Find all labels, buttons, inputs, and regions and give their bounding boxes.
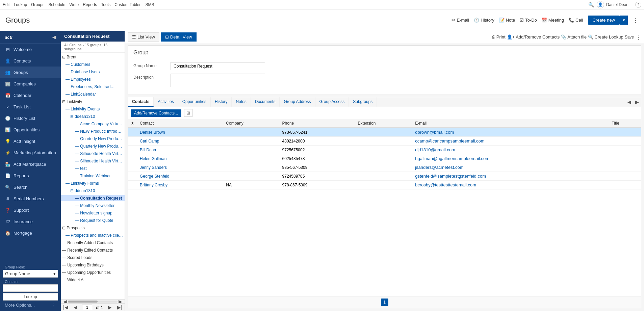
list-item[interactable]: — test: [61, 165, 125, 172]
tree-node-freelancers[interactable]: — Freelancers, Sole traders, Ind consult…: [61, 84, 118, 90]
create-new-dropdown[interactable]: ▾: [620, 16, 628, 25]
email-cell[interactable]: gstenfeld@sampletestgstenfeld.com: [412, 172, 609, 181]
tree-node-quarterly2[interactable]: — Quarterly New Product Overvie: [61, 143, 125, 149]
create-new-button[interactable]: Create new: [588, 16, 620, 25]
list-item[interactable]: — Request for Quote: [61, 217, 125, 224]
list-item[interactable]: — Employees: [61, 76, 125, 83]
menu-tools[interactable]: Tools: [101, 2, 110, 7]
email-cell[interactable]: dbrown@bmail.com: [412, 128, 609, 137]
tab-documents[interactable]: Documents: [251, 97, 280, 107]
table-row[interactable]: Bill Dean 9725675002 djd1310@gmail.com: [128, 146, 641, 154]
tab-group-access[interactable]: Group Access: [315, 97, 349, 107]
add-remove-contacts-header-button[interactable]: 👤+ Add/Remove Contacts: [507, 34, 560, 40]
tab-list-view[interactable]: ☰ List View: [128, 32, 159, 42]
tab-group-address[interactable]: Group Address: [280, 97, 315, 107]
tree-node-training-webinar[interactable]: — Training Webinar: [61, 173, 125, 179]
call-button[interactable]: 📞 Call: [569, 18, 583, 23]
list-item[interactable]: — Monthly Newsletter: [61, 202, 125, 209]
tree-node-consultation-request[interactable]: — Consultation Request: [61, 195, 125, 201]
list-item[interactable]: — NEW Product: Introducing Widg: [61, 128, 125, 135]
tabs-scroll-left[interactable]: ◀: [625, 97, 633, 107]
tree-node-newsletter-signup[interactable]: — Newsletter signup: [61, 210, 125, 216]
sidebar-item-contacts[interactable]: 👤 Contacts: [0, 55, 61, 67]
sidebar-item-mortgage[interactable]: 🏠 Mortgage: [0, 227, 61, 239]
group-name-input[interactable]: [171, 62, 265, 70]
list-item[interactable]: — Customers: [61, 61, 125, 68]
email-col-header[interactable]: E-mail: [412, 119, 609, 128]
sidebar-item-reports[interactable]: 📄 Reports: [0, 170, 61, 181]
grid-view-button[interactable]: ⊞: [184, 109, 192, 117]
list-item[interactable]: ⊟ ddean1310: [61, 113, 125, 120]
create-lookup-button[interactable]: 🔍 Create Lookup: [588, 34, 623, 40]
tabs-scroll-right[interactable]: ▶: [633, 97, 641, 107]
tree-node-ddean1310-2[interactable]: ⊟ ddean1310: [61, 188, 125, 194]
todo-button[interactable]: ☑ To-Do: [520, 18, 537, 23]
list-item[interactable]: — Prospects and Inactive clients (demo): [61, 232, 125, 239]
list-item[interactable]: — Upcoming Opportunities: [61, 269, 125, 276]
help-icon[interactable]: ?: [635, 2, 641, 8]
sidebar-item-insight[interactable]: 💡 Act! Insight: [0, 135, 61, 147]
list-item[interactable]: — Silhouette Health Virtual Trade S: [61, 150, 125, 157]
tree-node-silhouette2[interactable]: — Silhouette Health Virtual Trade S: [61, 158, 125, 164]
sidebar-item-history-list[interactable]: 🕐 History List: [0, 112, 61, 124]
table-row[interactable]: George Stenfeld 9724589785 gstenfeld@sam…: [128, 172, 641, 181]
title-col-header[interactable]: Title: [609, 119, 641, 128]
contact-cell[interactable]: Bill Dean: [137, 146, 223, 154]
menu-schedule[interactable]: Schedule: [48, 2, 65, 7]
page-number-input[interactable]: [82, 305, 92, 310]
contact-cell[interactable]: Jenny Sanders: [137, 163, 223, 172]
more-options-link[interactable]: More Options... ⋮: [3, 302, 58, 308]
tree-node-upcoming-opportunities[interactable]: — Upcoming Opportunities: [61, 269, 125, 276]
tab-notes[interactable]: Notes: [232, 97, 251, 107]
next-page-button[interactable]: ▶: [107, 304, 113, 310]
tab-opportunities[interactable]: Opportunities: [178, 97, 211, 107]
list-item[interactable]: ⊟ Linktivity: [61, 98, 125, 105]
table-row[interactable]: Denise Brown 973-867-5241 dbrown@bmail.c…: [128, 128, 641, 137]
list-item[interactable]: — Quarterly New Product Overvie: [61, 135, 125, 142]
tree-node-acme[interactable]: — Acme Company Virtual Trade Sh: [61, 121, 125, 127]
add-remove-contacts-button[interactable]: Add/Remove Contacts...: [131, 109, 181, 117]
sidebar-item-welcome[interactable]: ⊞ Welcome: [0, 44, 61, 55]
contact-col-header[interactable]: Contact: [137, 119, 223, 128]
email-cell[interactable]: ccamp@carlcampsampleemail.com: [412, 137, 609, 146]
contact-cell[interactable]: George Stenfeld: [137, 172, 223, 181]
sidebar-item-serial-numbers[interactable]: # Serial Numbers: [0, 193, 61, 204]
list-item[interactable]: — Widget A: [61, 276, 125, 284]
tree-node-database-users[interactable]: — Database Users: [61, 69, 125, 75]
list-item[interactable]: — Freelancers, Sole traders, Ind consult…: [61, 83, 125, 90]
list-item[interactable]: — Consultation Request: [61, 195, 125, 202]
meeting-button[interactable]: 📅 Meeting: [542, 18, 564, 23]
tree-node-silhouette1[interactable]: — Silhouette Health Virtual Trade S: [61, 151, 125, 157]
menu-write[interactable]: Write: [69, 2, 79, 7]
list-item[interactable]: — Database Users: [61, 68, 125, 76]
list-item[interactable]: ⊟ Prospects: [61, 224, 125, 232]
note-button[interactable]: 📝 Note: [499, 18, 515, 23]
detail-more-button[interactable]: ⋮: [635, 33, 641, 41]
tab-detail-view[interactable]: ⊞ Detail View: [161, 32, 197, 42]
menu-groups[interactable]: Groups: [31, 2, 44, 7]
tree-node-link2calendar[interactable]: — Link2calendar: [61, 91, 125, 97]
list-item[interactable]: — Linktivity Forms: [61, 180, 125, 187]
contains-input[interactable]: [3, 284, 58, 292]
contact-cell[interactable]: Brittany Crosby: [137, 181, 223, 189]
tree-scrollbar[interactable]: ◀ ▶: [61, 299, 125, 303]
sidebar-item-marketing-automation[interactable]: ⚡ Marketing Automation: [0, 147, 61, 158]
description-input[interactable]: [171, 74, 265, 87]
sidebar-item-opportunities[interactable]: 📊 Opportunities: [0, 124, 61, 135]
tab-activities[interactable]: Activities: [154, 97, 178, 107]
last-page-button[interactable]: ▶|: [116, 304, 123, 310]
tab-subgroups[interactable]: Subgroups: [349, 97, 377, 107]
email-cell[interactable]: bcrosby@testtesttestemail.com: [412, 181, 609, 189]
list-item[interactable]: — Acme Company Virtual Trade Sh: [61, 120, 125, 128]
header-more-button[interactable]: ⋮: [633, 17, 639, 24]
menu-sms[interactable]: SMS: [145, 2, 154, 7]
table-row[interactable]: Brittany Crosby NA 978-867-5309 bcrosby@…: [128, 181, 641, 189]
company-col-header[interactable]: Company: [223, 119, 279, 128]
prev-page-button[interactable]: ◀: [73, 304, 78, 310]
tree-node-widget-a[interactable]: — Widget A: [61, 277, 125, 283]
table-row[interactable]: Jenny Sanders 985-567-5309 jsanders@acme…: [128, 163, 641, 172]
email-cell[interactable]: jsanders@acmetest.com: [412, 163, 609, 172]
group-field-dropdown[interactable]: Group Name ▾: [3, 270, 58, 278]
menu-edit[interactable]: Edit: [3, 2, 10, 7]
table-row[interactable]: Carl Camp 4802142000 ccamp@carlcampsampl…: [128, 137, 641, 146]
